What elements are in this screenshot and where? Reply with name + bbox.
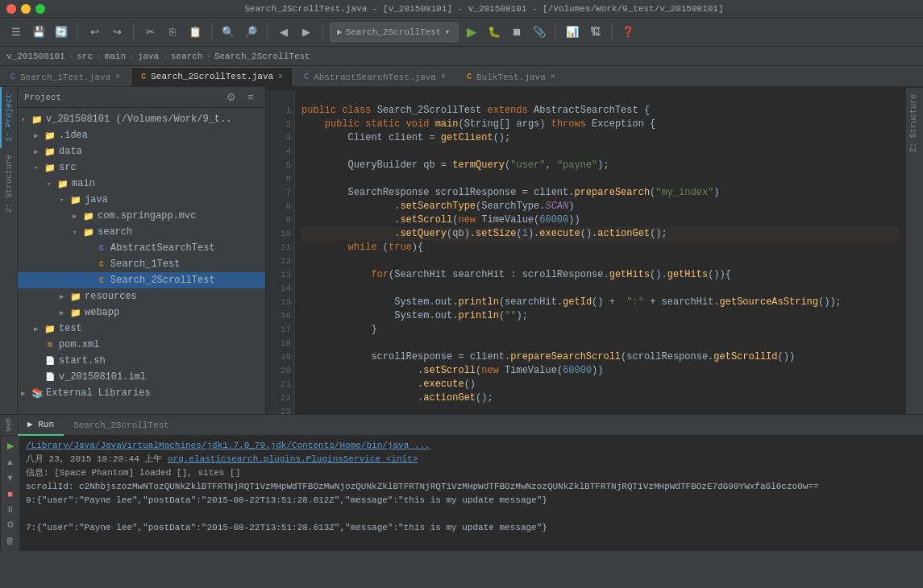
toolbar: ☰ 💾 🔄 ↩ ↪ ✂ ⎘ 📋 🔍 🔎 ◀ ▶ ▶ Search_2Scroll… xyxy=(0,18,923,47)
code-line-3: Client client = getClient(); xyxy=(301,131,899,145)
sep2 xyxy=(133,24,134,40)
code-line-20: .setScroll(new TimeValue(60000)) xyxy=(301,364,899,378)
sidebar-header: Project ⚙ ≡ xyxy=(18,87,265,108)
code-line-0 xyxy=(301,90,899,104)
run-again-btn[interactable]: ▶ xyxy=(3,439,18,453)
titlebar: Search_2ScrollTest.java - [v_201508101] … xyxy=(0,0,923,18)
tab-icon-bulktest: C xyxy=(467,72,472,81)
tree-item-startsh[interactable]: 📄 start.sh xyxy=(18,353,265,369)
bottom-left-toolbar: ▶ ▲ ▼ ■ ⏸ ⚙ 🗑 xyxy=(0,436,19,551)
output-line-5: 9:{"user":"Payne lee","postData":"2015-0… xyxy=(26,494,917,507)
forward-btn[interactable]: ▶ xyxy=(297,23,316,42)
code-line-9: .setScroll(new TimeValue(60000)) xyxy=(301,213,899,227)
tab-search1test[interactable]: C Search_1Test.java × xyxy=(0,67,131,86)
paste-btn[interactable]: 📋 xyxy=(185,23,205,42)
java-path-link[interactable]: /Library/Java/JavaVirtualMachines/jdk1.7… xyxy=(26,441,430,450)
run-config-dropdown[interactable]: ▶ Search_2ScrollTest ▾ xyxy=(330,23,459,42)
debug-btn[interactable]: 🐛 xyxy=(484,23,504,42)
view-menu-btn[interactable]: ☰ xyxy=(6,23,26,42)
help-btn[interactable]: ❓ xyxy=(618,23,638,42)
tree-item-search1test[interactable]: C Search_1Test xyxy=(18,256,265,272)
structure-side-tab[interactable]: Z: Structure xyxy=(906,87,923,159)
close-run-btn[interactable]: 🗑 xyxy=(3,533,18,548)
structure-tab-left[interactable]: 2: Structure xyxy=(0,148,17,219)
code-line-16: System.out.println(""); xyxy=(301,309,899,323)
bottom-tabs: Web ▶ Run Search_2ScrollTest xyxy=(0,415,923,436)
folder-icon-resources: 📁 xyxy=(69,290,82,303)
tree-item-test[interactable]: ▶ 📁 test xyxy=(18,321,265,337)
project-tab[interactable]: 1: Project xyxy=(0,87,17,148)
sidebar-settings-btn[interactable]: ≡ xyxy=(243,89,259,106)
tree-item-iml[interactable]: 📄 v_201508101.iml xyxy=(18,369,265,385)
folder-icon-search: 📁 xyxy=(82,226,95,238)
scroll-down-btn[interactable]: ▼ xyxy=(3,470,18,485)
run-output[interactable]: /Library/Java/JavaVirtualMachines/jdk1.7… xyxy=(19,436,923,551)
tree-item-java[interactable]: ▾ 📁 java xyxy=(18,192,265,208)
folder-icon-java: 📁 xyxy=(69,193,82,206)
tree-item-data[interactable]: ▶ 📁 data xyxy=(18,143,265,159)
minimize-button[interactable] xyxy=(21,4,31,14)
tree-item-pom[interactable]: m pom.xml xyxy=(18,337,265,353)
breadcrumb-main[interactable]: main xyxy=(105,52,126,61)
code-line-6 xyxy=(301,172,899,186)
code-lines[interactable]: public class Search_2ScrollTest extends … xyxy=(295,90,905,414)
scroll-up-btn[interactable]: ▲ xyxy=(3,455,18,470)
attach-btn[interactable]: 📎 xyxy=(530,23,549,42)
tree-item-root[interactable]: ▾ 📁 v_201508101 (/Volumes/Work/9_t.. xyxy=(18,111,265,127)
tab-search2scrolltest[interactable]: C Search_2ScrollTest.java × xyxy=(131,67,293,86)
tree-item-resources[interactable]: ▶ 📁 resources xyxy=(18,288,265,304)
tab-close-bulktest[interactable]: × xyxy=(551,72,555,81)
stop-run-btn[interactable]: ■ xyxy=(3,487,18,501)
pause-run-btn[interactable]: ⏸ xyxy=(3,502,18,516)
tree-item-mvc[interactable]: ▶ 📁 com.springapp.mvc xyxy=(18,208,265,224)
tree-item-main[interactable]: ▾ 📁 main xyxy=(18,176,265,192)
code-line-4 xyxy=(301,145,899,159)
redo-btn[interactable]: ↪ xyxy=(107,23,127,42)
cvs-btn[interactable]: 📊 xyxy=(563,23,582,42)
tree-item-idea[interactable]: ▶ 📁 .idea xyxy=(18,127,265,143)
tree-item-search[interactable]: ▾ 📁 search xyxy=(18,224,265,240)
project-structure-btn[interactable]: 🏗 xyxy=(585,23,605,42)
tree-item-src[interactable]: ▾ 📁 src xyxy=(18,159,265,176)
breadcrumb-src[interactable]: src xyxy=(77,52,93,61)
plugin-service-link[interactable]: org.elasticsearch.plugins.PluginsService… xyxy=(168,454,418,464)
undo-btn[interactable]: ↩ xyxy=(85,23,104,42)
tree-item-search2scrolltest[interactable]: C Search_2ScrollTest xyxy=(18,272,265,288)
breadcrumb-java[interactable]: java xyxy=(138,52,159,61)
breadcrumb-search[interactable]: search xyxy=(171,52,203,61)
tree-item-abstractsearchtest[interactable]: C AbstractSearchTest xyxy=(18,240,265,256)
tab-close-search2scrolltest[interactable]: × xyxy=(278,72,283,81)
copy-btn[interactable]: ⎘ xyxy=(163,23,182,42)
sync-btn[interactable]: 🔄 xyxy=(52,23,71,42)
code-line-22: .actionGet(); xyxy=(301,391,899,405)
web-tab-label[interactable]: Web xyxy=(5,418,13,431)
replace-btn[interactable]: 🔎 xyxy=(241,23,260,42)
folder-icon-root: 📁 xyxy=(31,113,44,126)
tab-close-search1test[interactable]: × xyxy=(115,72,120,81)
back-btn[interactable]: ◀ xyxy=(274,23,293,42)
line-numbers: 1 2 3 4 5 6 7 8 9 10 11 12 13 14 15 16 1 xyxy=(266,90,295,414)
tab-bulktest[interactable]: C BulkTest.java × xyxy=(456,67,566,86)
run-tab[interactable]: ▶ Run xyxy=(18,415,64,436)
search-btn[interactable]: 🔍 xyxy=(218,23,238,42)
maximize-button[interactable] xyxy=(35,4,45,14)
output-line-9: 8:{"user":"Payne lee","postData":"2015-0… xyxy=(26,549,917,551)
tree-item-extlibs[interactable]: ▶ 📚 External Libraries xyxy=(18,385,265,401)
editor-tabs: C Search_1Test.java × C Search_2ScrollTe… xyxy=(0,66,923,87)
tab-close-abstractsearchtest[interactable]: × xyxy=(441,72,446,81)
stop-btn[interactable]: ⏹ xyxy=(507,23,526,42)
breadcrumb-file[interactable]: Search_2ScrollTest xyxy=(214,52,310,61)
search2scrolltest-tab[interactable]: Search_2ScrollTest xyxy=(64,415,179,436)
sep6 xyxy=(555,24,556,40)
save-btn[interactable]: 💾 xyxy=(29,23,48,42)
close-button[interactable] xyxy=(6,4,16,14)
cut-btn[interactable]: ✂ xyxy=(140,23,160,42)
run-button[interactable]: ▶ xyxy=(462,23,481,42)
main-area: 1: Project 2: Structure Project ⚙ ≡ ▾ 📁 … xyxy=(0,87,923,414)
breadcrumb-root[interactable]: v_201508101 xyxy=(6,52,65,61)
settings-run-btn[interactable]: ⚙ xyxy=(3,518,18,532)
tab-abstractsearchtest[interactable]: C AbstractSearchTest.java × xyxy=(293,67,456,86)
sidebar-gear-btn[interactable]: ⚙ xyxy=(223,89,239,106)
tree-item-webapp[interactable]: ▶ 📁 webapp xyxy=(18,304,265,321)
editor-scroll-area[interactable]: 1 2 3 4 5 6 7 8 9 10 11 12 13 14 15 16 1 xyxy=(266,87,905,414)
